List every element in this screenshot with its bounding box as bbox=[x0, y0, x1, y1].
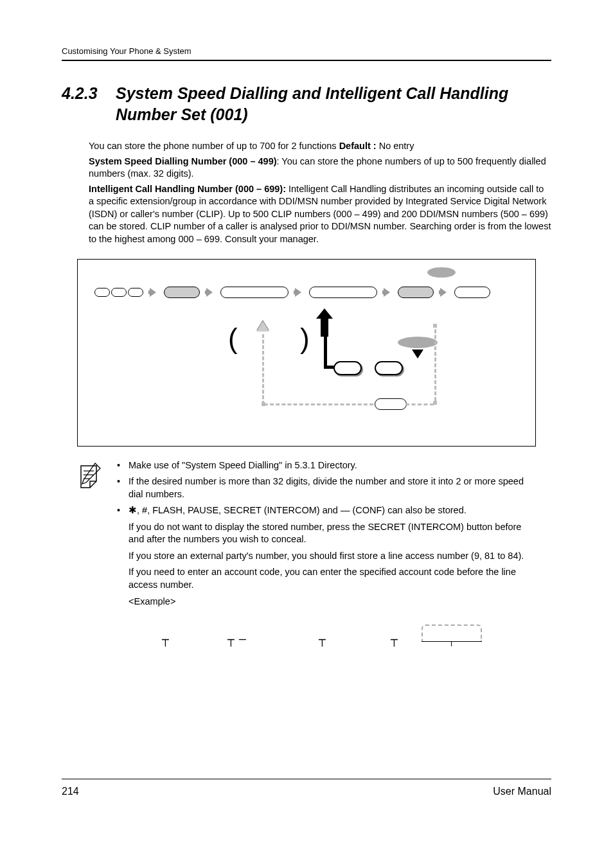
button-shape-icon bbox=[375, 361, 403, 375]
note-text: Make use of "System Speed Dialling" in 5… bbox=[129, 460, 357, 470]
section-title: 4.2.3 System Speed Dialling and Intellig… bbox=[62, 83, 551, 125]
page-number: 214 bbox=[62, 786, 79, 797]
dashed-bracket-icon bbox=[422, 624, 482, 641]
note-item: Make use of "System Speed Dialling" in 5… bbox=[113, 459, 536, 472]
tick-mark-icon: ┬ bbox=[162, 633, 169, 646]
step-pill-icon bbox=[220, 287, 289, 298]
tick-mark-icon: ─ bbox=[239, 633, 246, 646]
arrow-right-icon bbox=[206, 288, 213, 297]
note-text: , FLASH, PAUSE, SECRET (INTERCOM) and — … bbox=[147, 505, 466, 515]
tick-mark-icon: ┬ bbox=[391, 633, 398, 646]
arrow-right-icon bbox=[440, 288, 447, 297]
underline-icon bbox=[422, 641, 482, 642]
header-rule bbox=[62, 60, 551, 61]
dashed-line-icon bbox=[434, 324, 436, 401]
arrow-right-icon bbox=[384, 288, 390, 297]
p3-label: Intelligent Call Handling Number (000 – … bbox=[89, 184, 286, 194]
p1-default-value: No entry bbox=[377, 141, 414, 151]
paren-left-icon: ( bbox=[228, 323, 238, 355]
body-text: You can store the phone number of up to … bbox=[89, 140, 551, 246]
note-continuation: If you need to enter an account code, yo… bbox=[129, 566, 536, 591]
section-heading: System Speed Dialling and Intelligent Ca… bbox=[116, 83, 551, 125]
paren-right-icon: ) bbox=[300, 323, 310, 355]
note-item: ✱, #, FLASH, PAUSE, SECRET (INTERCOM) an… bbox=[113, 504, 536, 608]
digit-key-icon bbox=[128, 288, 143, 297]
arrow-right-icon bbox=[150, 288, 156, 297]
digit-key-icon bbox=[111, 288, 127, 297]
tick-mark-icon: ┬ bbox=[227, 633, 235, 646]
step-pill-icon bbox=[398, 287, 434, 298]
section-number: 4.2.3 bbox=[62, 83, 116, 125]
star-icon: ✱ bbox=[129, 505, 137, 515]
dial-indicator-icon bbox=[427, 267, 456, 278]
note-icon bbox=[77, 459, 113, 612]
step-pill-icon bbox=[375, 398, 407, 410]
note-text: If the desired number is more than 32 di… bbox=[129, 476, 524, 499]
down-triangle-icon bbox=[412, 350, 423, 359]
tick-mark-icon: ┬ bbox=[319, 633, 326, 646]
footer-rule bbox=[62, 779, 551, 779]
digit-key-icon bbox=[94, 288, 110, 297]
p1-default-label: Default : bbox=[339, 141, 377, 151]
note-item: If the desired number is more than 32 di… bbox=[113, 475, 536, 500]
up-arrow-icon bbox=[321, 317, 328, 337]
arrow-right-icon bbox=[295, 288, 301, 297]
step-pill-icon bbox=[454, 287, 490, 298]
doc-label: User Manual bbox=[493, 786, 551, 797]
dashed-line-icon bbox=[405, 403, 434, 405]
dashed-line-icon bbox=[264, 403, 373, 405]
p1-prefix: You can store the phone number of up to … bbox=[89, 141, 339, 151]
up-triangle-icon bbox=[256, 321, 269, 332]
note-continuation: If you do not want to display the stored… bbox=[129, 521, 536, 546]
note-continuation: <Example> bbox=[129, 596, 536, 608]
notes-list: Make use of "System Speed Dialling" in 5… bbox=[113, 459, 536, 612]
breadcrumb: Customising Your Phone & System bbox=[62, 46, 551, 56]
jog-dial-icon bbox=[398, 337, 438, 348]
note-continuation: If you store an external party's number,… bbox=[129, 550, 536, 563]
step-pill-icon bbox=[164, 287, 200, 298]
tick-icon bbox=[451, 641, 452, 646]
dashed-line-icon bbox=[262, 334, 264, 405]
procedure-diagram: ( ) bbox=[77, 259, 536, 447]
example-diagram: ┬ ┬ ─ ┬ ┬ bbox=[134, 621, 536, 662]
note-symbols: , # bbox=[137, 505, 147, 515]
p2-label: System Speed Dialling Number (000 – 499) bbox=[89, 156, 277, 166]
button-shape-icon bbox=[333, 361, 362, 375]
step-pill-icon bbox=[309, 287, 377, 298]
page-footer: 214 User Manual bbox=[62, 779, 551, 797]
